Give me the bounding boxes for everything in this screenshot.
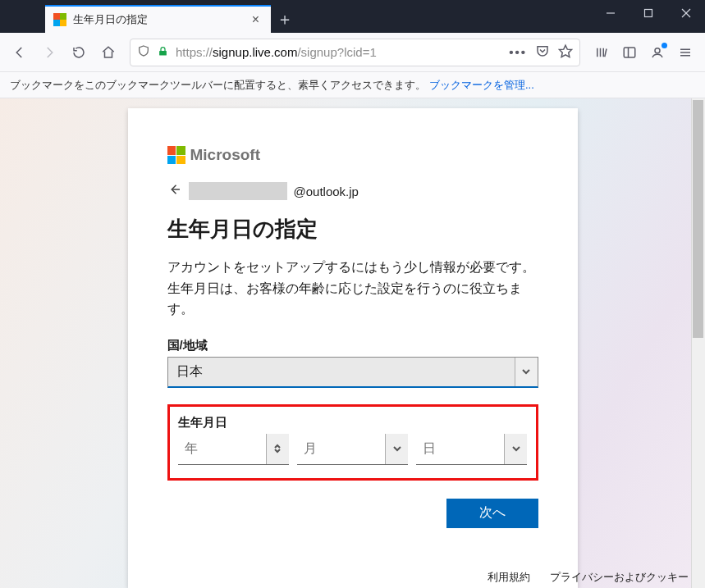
tab-close-button[interactable]: × (249, 12, 263, 27)
privacy-link[interactable]: プライバシーおよびクッキー (550, 570, 689, 585)
footer-links: 利用規約 プライバシーおよびクッキー (488, 570, 689, 585)
bookmark-hint-text: ブックマークをこのブックマークツールバーに配置すると、素早くアクセスできます。 (10, 78, 426, 93)
library-button[interactable] (588, 39, 615, 66)
minimize-button[interactable] (592, 0, 629, 26)
reload-button[interactable] (66, 39, 92, 66)
browser-tab[interactable]: 生年月日の指定 × (45, 5, 271, 33)
identity-row: @outlook.jp (167, 182, 538, 200)
country-value: 日本 (176, 363, 203, 381)
next-button[interactable]: 次へ (446, 499, 538, 528)
identity-email-domain: @outlook.jp (294, 185, 359, 198)
forward-button[interactable] (36, 39, 62, 66)
page-actions-menu-icon[interactable]: ••• (509, 45, 527, 59)
account-button[interactable] (644, 39, 671, 66)
dob-month-select[interactable]: 月 (297, 434, 408, 465)
scrollbar-track[interactable] (691, 98, 705, 588)
dob-highlight-box: 生年月日 年 月 日 (167, 404, 538, 481)
microsoft-logo-icon (167, 146, 185, 164)
day-placeholder: 日 (423, 440, 436, 458)
url-text: https://signup.live.com/signup?lcid=1 (176, 45, 377, 59)
svg-line-9 (605, 48, 607, 57)
brand-text: Microsoft (190, 146, 261, 164)
svg-point-12 (655, 48, 660, 52)
svg-rect-1 (645, 10, 652, 17)
microsoft-favicon (53, 13, 66, 26)
new-tab-button[interactable]: ＋ (271, 5, 299, 33)
scrollbar-thumb[interactable] (693, 100, 703, 338)
number-spinner-icon[interactable] (266, 434, 289, 464)
page-viewport: Microsoft @outlook.jp 生年月日の指定 アカウントをセットア… (0, 98, 705, 588)
bookmark-star-icon[interactable] (558, 43, 573, 61)
window-titlebar: 生年月日の指定 × ＋ (0, 0, 705, 33)
year-placeholder: 年 (185, 440, 198, 458)
maximize-button[interactable] (629, 0, 667, 26)
page-description: アカウントをセットアップするにはもう少し情報が必要です。生年月日は、お客様の年齢… (167, 257, 538, 320)
page-heading: 生年月日の指定 (167, 215, 538, 244)
svg-marker-5 (560, 45, 572, 57)
app-menu-button[interactable] (672, 39, 698, 66)
browser-toolbar: https://signup.live.com/signup?lcid=1 ••… (0, 33, 705, 72)
manage-bookmarks-link[interactable]: ブックマークを管理... (429, 78, 534, 93)
svg-rect-10 (624, 48, 635, 57)
chevron-down-icon (385, 434, 408, 464)
country-label: 国/地域 (167, 338, 538, 353)
svg-rect-4 (159, 50, 167, 55)
chevron-down-icon (515, 358, 538, 386)
lock-icon[interactable] (157, 45, 169, 60)
dob-label: 生年月日 (178, 415, 528, 431)
identity-back-button[interactable] (167, 182, 182, 200)
window-controls (592, 0, 705, 33)
home-button[interactable] (95, 39, 121, 66)
microsoft-brand: Microsoft (167, 146, 538, 164)
close-window-button[interactable] (667, 0, 705, 26)
dob-year-input[interactable]: 年 (178, 434, 289, 465)
signup-card: Microsoft @outlook.jp 生年月日の指定 アカウントをセットア… (128, 108, 578, 588)
tab-title: 生年月日の指定 (73, 12, 249, 27)
chevron-down-icon (504, 434, 527, 464)
tracking-shield-icon[interactable] (137, 44, 150, 60)
identity-redacted (189, 182, 287, 200)
back-button[interactable] (7, 39, 33, 66)
country-select[interactable]: 日本 (167, 357, 538, 388)
dob-day-select[interactable]: 日 (416, 434, 527, 465)
url-bar[interactable]: https://signup.live.com/signup?lcid=1 ••… (130, 39, 580, 66)
sidebar-button[interactable] (616, 39, 643, 66)
bookmark-toolbar: ブックマークをこのブックマークツールバーに配置すると、素早くアクセスできます。 … (0, 72, 705, 98)
terms-link[interactable]: 利用規約 (488, 570, 530, 585)
month-placeholder: 月 (304, 440, 317, 458)
pocket-icon[interactable] (535, 43, 550, 61)
notification-dot-icon (662, 43, 667, 48)
